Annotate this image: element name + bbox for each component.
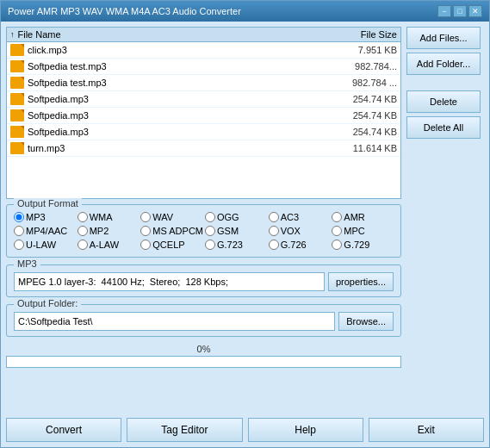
format-gsm[interactable]: GSM <box>205 226 267 236</box>
table-row[interactable]: Softpedia.mp3 254.74 KB <box>7 91 400 108</box>
titlebar: Power AMR MP3 WAV WMA M4A AC3 Audio Conv… <box>1 1 489 22</box>
delete-button[interactable]: Delete <box>406 90 481 113</box>
format-mp4aac[interactable]: MP4/AAC <box>14 226 76 236</box>
format-label-qcelp: QCELP <box>152 240 184 250</box>
format-ac3[interactable]: AC3 <box>269 212 331 222</box>
output-format-label: Output Format <box>14 198 82 208</box>
format-radio-alaw[interactable] <box>78 240 88 250</box>
format-radio-mp4aac[interactable] <box>14 226 24 236</box>
format-msadpcm[interactable]: MS ADPCM <box>140 226 203 236</box>
format-radio-ac3[interactable] <box>269 212 279 222</box>
format-radio-mp3[interactable] <box>14 212 24 222</box>
right-panel: Add Files... Add Folder... Delete Delete… <box>406 27 484 409</box>
format-radio-wma[interactable] <box>78 212 88 222</box>
format-label-wma: WMA <box>90 212 113 222</box>
table-row[interactable]: click.mp3 7.951 KB <box>7 42 400 59</box>
progress-bar-container <box>6 356 401 368</box>
format-label-g729: G.729 <box>344 240 369 250</box>
properties-button[interactable]: properties... <box>328 272 394 291</box>
format-mp2[interactable]: MP2 <box>78 226 140 236</box>
format-radio-ulaw[interactable] <box>14 240 24 250</box>
format-mpc[interactable]: MPC <box>332 226 394 236</box>
table-row[interactable]: Softpedia.mp3 254.74 KB <box>7 124 400 140</box>
format-radio-g726[interactable] <box>269 240 279 250</box>
format-label-g726: G.726 <box>281 240 307 250</box>
format-radio-qcelp[interactable] <box>140 240 151 250</box>
file-size-cell: 254.74 KB <box>328 110 397 121</box>
file-icon <box>10 142 24 154</box>
format-wav[interactable]: WAV <box>140 212 203 222</box>
add-files-button[interactable]: Add Files... <box>406 27 481 49</box>
format-ogg[interactable]: OGG <box>205 212 267 222</box>
file-icon <box>10 77 24 89</box>
format-label-msadpcm: MS ADPCM <box>152 226 203 236</box>
sort-arrow-icon: ↑ <box>10 30 15 39</box>
output-folder-input[interactable] <box>14 312 335 331</box>
format-radio-g729[interactable] <box>332 240 342 250</box>
table-row[interactable]: Softpedia test.mp3 982.784... <box>7 59 400 75</box>
file-icon <box>10 60 24 72</box>
minimize-button[interactable]: − <box>437 5 451 17</box>
close-button[interactable]: ✕ <box>468 5 482 17</box>
main-content: ↑ File Name File Size click.mp3 7.951 KB… <box>1 22 489 414</box>
format-amr[interactable]: AMR <box>332 212 394 222</box>
file-list-header: ↑ File Name File Size <box>7 28 400 42</box>
add-folder-button[interactable]: Add Folder... <box>406 53 481 75</box>
file-size-cell: 7.951 KB <box>328 45 397 55</box>
format-g726[interactable]: G.726 <box>269 240 331 250</box>
format-wma[interactable]: WMA <box>78 212 140 222</box>
file-name-cell: Softpedia.mp3 <box>28 127 328 137</box>
format-radio-wav[interactable] <box>140 212 151 222</box>
format-ulaw[interactable]: U-LAW <box>14 240 76 250</box>
format-qcelp[interactable]: QCELP <box>140 240 203 250</box>
bottom-buttons: Convert Tag Editor Help Exit <box>1 414 489 447</box>
titlebar-buttons: − □ ✕ <box>437 5 482 17</box>
table-row[interactable]: Softpedia.mp3 254.74 KB <box>7 108 400 124</box>
format-radio-gsm[interactable] <box>205 226 215 236</box>
col-name-header[interactable]: ↑ File Name <box>10 29 328 40</box>
exit-button[interactable]: Exit <box>369 418 484 442</box>
format-radio-mpc[interactable] <box>332 226 342 236</box>
file-list-container[interactable]: ↑ File Name File Size click.mp3 7.951 KB… <box>6 27 401 199</box>
format-radio-mp2[interactable] <box>78 226 88 236</box>
format-grid: MP3 WMA WAV OGG AC3 AMR MP4/AAC MP2 MS A… <box>14 212 394 250</box>
format-label-wav: WAV <box>152 212 173 222</box>
format-radio-vox[interactable] <box>269 226 279 236</box>
progress-area: 0% <box>6 342 401 371</box>
help-button[interactable]: Help <box>248 418 363 442</box>
format-label-gsm: GSM <box>217 226 239 236</box>
format-radio-g723[interactable] <box>205 240 215 250</box>
file-size-cell: 982.784 ... <box>328 78 397 88</box>
format-g723[interactable]: G.723 <box>205 240 267 250</box>
file-name-cell: Softpedia test.mp3 <box>28 61 328 72</box>
delete-all-button[interactable]: Delete All <box>406 116 481 139</box>
format-label-ulaw: U-LAW <box>26 240 56 250</box>
format-label-mp2: MP2 <box>90 226 109 236</box>
format-label-mp3: MP3 <box>26 212 46 222</box>
format-label-amr: AMR <box>344 212 364 222</box>
file-name-cell: turn.mp3 <box>28 143 328 153</box>
format-vox[interactable]: VOX <box>269 226 331 236</box>
format-label-alaw: A-LAW <box>90 240 119 250</box>
format-radio-amr[interactable] <box>332 212 342 222</box>
tag-editor-button[interactable]: Tag Editor <box>127 418 242 442</box>
browse-button[interactable]: Browse... <box>338 312 394 331</box>
format-alaw[interactable]: A-LAW <box>78 240 140 250</box>
mp3-group-box: MP3 properties... <box>6 264 401 297</box>
table-row[interactable]: turn.mp3 11.614 KB <box>7 140 400 157</box>
mp3-properties-input[interactable] <box>14 272 325 291</box>
left-panel: ↑ File Name File Size click.mp3 7.951 KB… <box>6 27 401 409</box>
format-mp3[interactable]: MP3 <box>14 212 76 222</box>
table-row[interactable]: Softpedia test.mp3 982.784 ... <box>7 75 400 91</box>
format-radio-ogg[interactable] <box>205 212 215 222</box>
col-size-header[interactable]: File Size <box>328 29 397 40</box>
format-g729[interactable]: G.729 <box>332 240 394 250</box>
format-label-g723: G.723 <box>217 240 243 250</box>
output-folder-row: Browse... <box>14 312 394 331</box>
file-size-cell: 11.614 KB <box>328 143 397 153</box>
file-rows: click.mp3 7.951 KB Softpedia test.mp3 98… <box>7 42 400 157</box>
convert-button[interactable]: Convert <box>6 418 121 442</box>
maximize-button[interactable]: □ <box>453 5 467 17</box>
format-radio-msadpcm[interactable] <box>140 226 151 236</box>
file-icon <box>10 93 24 105</box>
